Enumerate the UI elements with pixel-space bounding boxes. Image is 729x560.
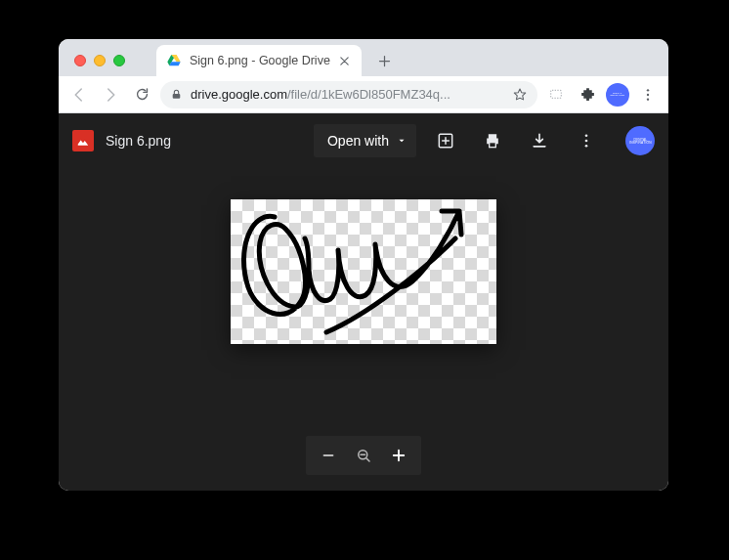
file-name: Sign 6.png	[106, 133, 302, 149]
zoom-reset-button[interactable]	[347, 439, 380, 472]
svg-point-12	[585, 140, 588, 143]
drive-favicon-icon	[166, 53, 182, 68]
browser-toolbar: drive.google.com/file/d/1kEw6Dl850FMZ34q…	[59, 76, 668, 113]
zoom-out-button[interactable]	[312, 439, 345, 472]
browser-window: Sign 6.png - Google Drive drive.google.c…	[59, 39, 668, 491]
new-tab-button[interactable]	[371, 47, 399, 74]
image-preview[interactable]	[231, 199, 496, 344]
caret-down-icon	[397, 136, 407, 146]
lock-icon	[170, 88, 183, 101]
zoom-window-button[interactable]	[113, 55, 125, 66]
browser-menu-button[interactable]	[635, 82, 661, 108]
signature-image	[231, 199, 496, 344]
close-window-button[interactable]	[74, 55, 86, 66]
svg-rect-4	[551, 90, 562, 98]
tab-strip: Sign 6.png - Google Drive	[59, 39, 668, 76]
extensions-icon[interactable]	[575, 82, 600, 108]
viewer-profile-label: DIGITAL INSPIRATION	[629, 137, 652, 144]
tab-title: Sign 6.png - Google Drive	[190, 54, 330, 67]
zoom-toolbar	[306, 436, 421, 475]
viewer-profile-avatar[interactable]: DIGITAL INSPIRATION	[625, 126, 655, 155]
url-text: drive.google.com/file/d/1kEw6Dl850FMZ34q…	[191, 87, 504, 102]
svg-point-6	[647, 93, 649, 95]
svg-point-11	[585, 134, 588, 137]
browser-profile-avatar[interactable]: DIGITAL INSPIRATION	[606, 83, 629, 107]
svg-point-13	[585, 145, 588, 148]
cast-icon[interactable]	[543, 82, 569, 108]
more-actions-button[interactable]	[569, 123, 604, 158]
reload-button[interactable]	[129, 82, 154, 108]
svg-rect-9	[490, 143, 496, 148]
open-with-button[interactable]: Open with	[314, 124, 416, 157]
window-controls	[68, 55, 129, 76]
address-bar[interactable]: drive.google.com/file/d/1kEw6Dl850FMZ34q…	[160, 81, 537, 108]
download-button[interactable]	[522, 123, 557, 158]
open-with-label: Open with	[327, 133, 389, 149]
drive-viewer: Sign 6.png Open with DIGITAL INSPIRATION	[59, 113, 668, 491]
svg-rect-3	[173, 94, 181, 99]
minimize-window-button[interactable]	[94, 55, 106, 66]
svg-point-5	[647, 89, 649, 91]
profile-label: DIGITAL INSPIRATION	[610, 92, 624, 97]
zoom-in-button[interactable]	[382, 439, 415, 472]
print-button[interactable]	[475, 123, 510, 158]
viewer-toolbar: Sign 6.png Open with DIGITAL INSPIRATION	[59, 113, 668, 168]
image-file-icon	[72, 130, 94, 151]
back-button[interactable]	[66, 82, 92, 108]
star-icon[interactable]	[512, 87, 528, 103]
add-people-button[interactable]	[428, 123, 463, 158]
forward-button[interactable]	[98, 82, 123, 108]
svg-point-7	[647, 98, 649, 100]
browser-tab[interactable]: Sign 6.png - Google Drive	[156, 45, 362, 76]
tab-close-button[interactable]	[338, 54, 352, 67]
